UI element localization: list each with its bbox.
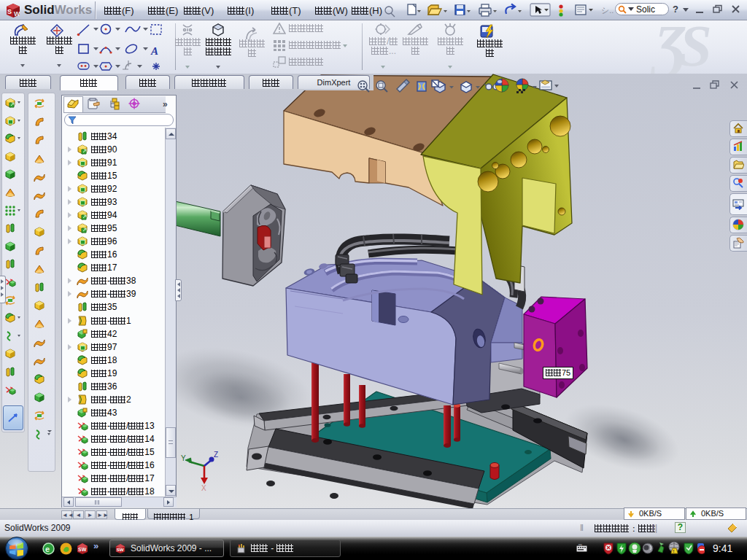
svg-text:X: X bbox=[201, 484, 206, 492]
svg-text:Z: Z bbox=[214, 451, 218, 459]
svg-text:SW: SW bbox=[78, 547, 87, 552]
svg-text:!: ! bbox=[673, 549, 675, 553]
svg-text:SW: SW bbox=[117, 547, 124, 552]
svg-text:シ..: シ.. bbox=[601, 6, 614, 15]
svg-text:S: S bbox=[7, 8, 12, 15]
svg-text:Y: Y bbox=[181, 454, 186, 462]
svg-text:A: A bbox=[150, 45, 158, 57]
svg-text:key: key bbox=[578, 544, 582, 546]
svg-text:W: W bbox=[14, 10, 20, 18]
svg-text:e: e bbox=[45, 545, 50, 553]
